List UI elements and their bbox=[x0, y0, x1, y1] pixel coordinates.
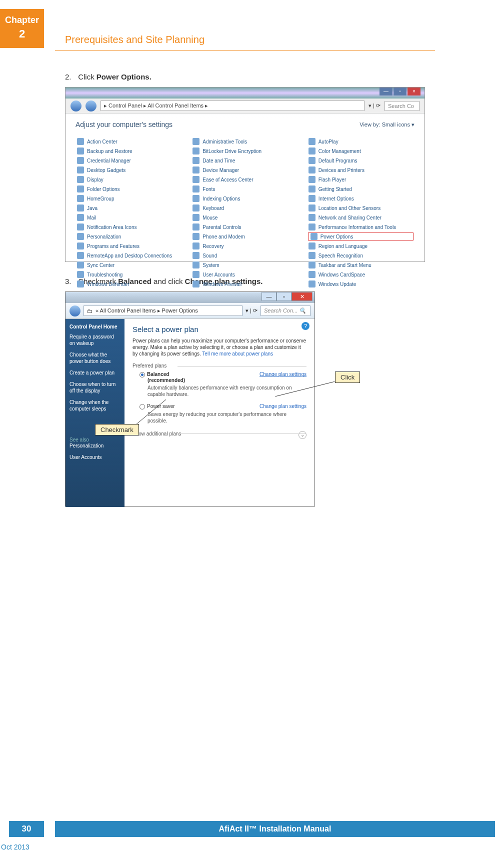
breadcrumb-2[interactable]: 🗀« All Control Panel Items ▸ Power Optio… bbox=[84, 306, 242, 316]
control-panel-item[interactable]: Backup and Restore bbox=[76, 147, 182, 155]
control-panel-item[interactable]: Mail bbox=[76, 214, 182, 222]
svg-line-1 bbox=[275, 382, 335, 396]
sidebar-link[interactable]: Choose what the power button does bbox=[70, 352, 120, 364]
item-label: Sound bbox=[202, 253, 217, 258]
seealso-link[interactable]: User Accounts bbox=[70, 454, 120, 460]
control-panel-item[interactable]: Windows Defender bbox=[76, 280, 182, 288]
sidebar-link[interactable]: Choose when to turn off the display bbox=[70, 381, 120, 394]
change-plan-settings-2[interactable]: Change plan settings bbox=[260, 404, 306, 409]
control-panel-item[interactable]: Troubleshooting bbox=[76, 270, 182, 278]
close-button[interactable]: × bbox=[408, 88, 420, 96]
control-panel-item[interactable]: Speech Recognition bbox=[308, 252, 414, 260]
section-title: Prerequisites and Site Planning bbox=[65, 34, 204, 46]
control-panel-item[interactable]: Administrative Tools bbox=[192, 138, 298, 146]
back-button-2[interactable] bbox=[70, 306, 80, 316]
control-panel-item[interactable]: Desktop Gadgets bbox=[76, 166, 182, 174]
control-panel-item[interactable]: Credential Manager bbox=[76, 156, 182, 164]
control-panel-item[interactable]: Programs and Features bbox=[76, 242, 182, 250]
minimize-button-2[interactable]: — bbox=[262, 292, 276, 301]
control-panel-item[interactable]: Java bbox=[76, 204, 182, 212]
control-panel-item[interactable]: Indexing Options bbox=[192, 194, 298, 202]
help-icon[interactable]: ? bbox=[302, 322, 310, 330]
item-icon bbox=[192, 262, 200, 268]
control-panel-item[interactable]: Ease of Access Center bbox=[192, 176, 298, 184]
control-panel-item[interactable]: Location and Other Sensors bbox=[308, 204, 414, 212]
search-input[interactable]: Search Co bbox=[384, 101, 420, 111]
item-label: Phone and Modem bbox=[202, 234, 245, 240]
control-panel-item[interactable]: Color Management bbox=[308, 147, 414, 155]
control-panel-item[interactable]: RemoteApp and Desktop Connections bbox=[76, 252, 182, 260]
control-panel-item[interactable]: Performance Information and Tools bbox=[308, 223, 414, 231]
control-panel-item[interactable]: Folder Options bbox=[76, 185, 182, 193]
control-panel-item[interactable]: Mouse bbox=[192, 214, 298, 222]
item-label: Windows Firewall bbox=[202, 282, 242, 287]
item-icon bbox=[308, 186, 316, 192]
sidebar-link[interactable]: Change when the computer sleeps bbox=[70, 399, 120, 412]
show-additional-plans[interactable]: Show additional plans ⌄ bbox=[132, 431, 306, 436]
item-label: Credential Manager bbox=[87, 158, 131, 164]
control-panel-item[interactable]: Date and Time bbox=[192, 156, 298, 164]
radio-balanced[interactable] bbox=[140, 372, 145, 378]
expand-icon[interactable]: ⌄ bbox=[298, 431, 306, 439]
item-label: HomeGroup bbox=[87, 196, 114, 202]
plan-balanced-name: Balanced bbox=[147, 372, 169, 377]
control-panel-item[interactable]: Windows Update bbox=[308, 280, 414, 288]
sidebar-link[interactable]: Require a password on wakeup bbox=[70, 334, 120, 346]
close-button-2[interactable]: ✕ bbox=[292, 292, 312, 301]
maximize-button[interactable]: ▫ bbox=[394, 88, 406, 96]
sidebar-link[interactable]: Create a power plan bbox=[70, 370, 120, 376]
item-label: Power Options bbox=[320, 234, 354, 240]
control-panel-item[interactable]: Windows Firewall bbox=[192, 280, 298, 288]
control-panel-item[interactable]: AutoPlay bbox=[308, 138, 414, 146]
control-panel-item[interactable]: Phone and Modem bbox=[192, 232, 298, 240]
control-panel-item[interactable]: Devices and Printers bbox=[308, 166, 414, 174]
control-panel-item[interactable]: Sound bbox=[192, 252, 298, 260]
control-panel-item[interactable]: Network and Sharing Center bbox=[308, 214, 414, 222]
item-label: Taskbar and Start Menu bbox=[318, 262, 372, 268]
control-panel-item[interactable]: System bbox=[192, 261, 298, 269]
control-panel-item[interactable]: Fonts bbox=[192, 185, 298, 193]
minimize-button[interactable]: — bbox=[380, 88, 392, 96]
control-panel-item[interactable]: BitLocker Drive Encryption bbox=[192, 147, 298, 155]
control-panel-item[interactable]: Display bbox=[76, 176, 182, 184]
seealso-link[interactable]: Personalization bbox=[70, 442, 120, 449]
control-panel-item[interactable]: User Accounts bbox=[192, 270, 298, 278]
control-panel-item[interactable]: Power Options bbox=[308, 232, 414, 240]
item-icon bbox=[192, 176, 200, 183]
back-button[interactable] bbox=[70, 100, 82, 112]
control-panel-item[interactable]: Recovery bbox=[192, 242, 298, 250]
item-icon bbox=[77, 233, 84, 240]
control-panel-item[interactable]: Windows CardSpace bbox=[308, 270, 414, 278]
control-panel-item[interactable]: HomeGroup bbox=[76, 194, 182, 202]
change-plan-settings-1[interactable]: Change plan settings bbox=[260, 372, 306, 377]
control-panel-item[interactable]: Region and Language bbox=[308, 242, 414, 250]
item-label: Color Management bbox=[318, 148, 361, 154]
item-icon bbox=[308, 166, 316, 174]
control-panel-item[interactable]: Keyboard bbox=[192, 204, 298, 212]
control-panel-item[interactable]: Device Manager bbox=[192, 166, 298, 174]
item-label: RemoteApp and Desktop Connections bbox=[87, 253, 172, 258]
forward-button[interactable] bbox=[86, 100, 96, 112]
control-panel-item[interactable]: Taskbar and Start Menu bbox=[308, 261, 414, 269]
view-by-selector[interactable]: View by: Small icons ▾ bbox=[360, 122, 414, 128]
control-panel-item[interactable]: Internet Options bbox=[308, 194, 414, 202]
control-panel-item[interactable]: Personalization bbox=[76, 232, 182, 240]
maximize-button-2[interactable]: ▫ bbox=[276, 292, 292, 301]
control-panel-item[interactable]: Sync Center bbox=[76, 261, 182, 269]
control-panel-item[interactable]: Flash Player bbox=[308, 176, 414, 184]
control-panel-item[interactable]: Getting Started bbox=[308, 185, 414, 193]
item-icon bbox=[192, 148, 200, 154]
control-panel-item[interactable]: Notification Area Icons bbox=[76, 223, 182, 231]
search-input-2[interactable]: Search Con... 🔍 bbox=[260, 306, 310, 316]
tell-more-link[interactable]: Tell me more about power plans bbox=[202, 351, 273, 356]
item-label: BitLocker Drive Encryption bbox=[202, 148, 262, 154]
breadcrumb[interactable]: ▸ Control Panel ▸ All Control Panel Item… bbox=[100, 100, 364, 111]
balanced-radio-row[interactable]: Balanced bbox=[140, 372, 169, 378]
item-icon bbox=[192, 186, 200, 192]
control-panel-item[interactable]: Action Center bbox=[76, 138, 182, 146]
control-panel-item[interactable]: Default Programs bbox=[308, 156, 414, 164]
refresh-icon[interactable]: ▾ | ⟳ bbox=[368, 102, 380, 109]
callout-checkmark-line bbox=[136, 400, 166, 424]
control-panel-item[interactable]: Parental Controls bbox=[192, 223, 298, 231]
dropdown-icon[interactable]: ▾ | ⟳ bbox=[246, 308, 258, 314]
